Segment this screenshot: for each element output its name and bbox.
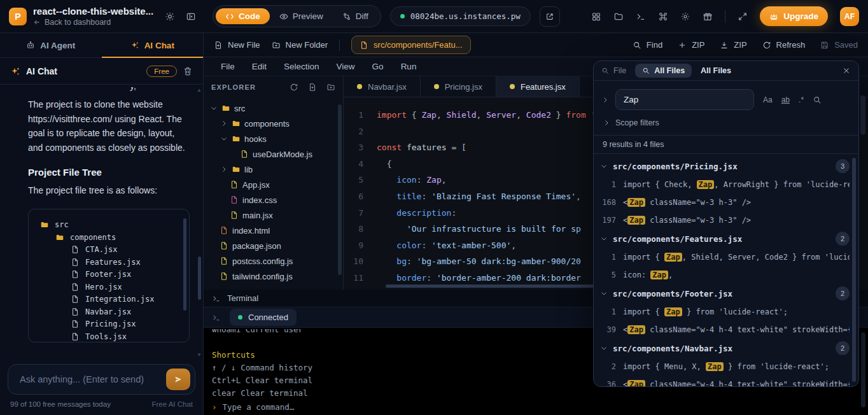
tab-diff[interactable]: Diff xyxy=(333,8,378,24)
search-match-row[interactable]: 197<Zap className="w-3 h-3" /> xyxy=(600,211,850,229)
search-match-row[interactable]: 1import { Zap, Shield, Server, Code2 } f… xyxy=(600,248,850,266)
match-case-toggle[interactable]: Aa xyxy=(763,95,773,104)
match-line-number: 1 xyxy=(600,253,623,262)
collapse-panel-icon[interactable] xyxy=(186,11,196,22)
chat-panel-header: AI Chat Free xyxy=(0,58,203,85)
fullscreen-icon[interactable] xyxy=(738,11,748,22)
editor-vscrollbar[interactable] xyxy=(860,95,865,135)
search-tab-all-files-2[interactable]: All Files xyxy=(701,66,731,75)
menu-item-file[interactable]: File xyxy=(221,62,235,71)
explorer-item-index.html[interactable]: index.html xyxy=(204,223,343,238)
search-results-scrollbar[interactable] xyxy=(852,158,856,382)
editor-hscrollbar[interactable] xyxy=(386,285,594,288)
explorer-item-postcss.config.js[interactable]: postcss.config.js xyxy=(204,253,343,269)
explorer-item-package.json[interactable]: package.json xyxy=(204,238,343,253)
open-file-tab[interactable]: src/components/Featu... xyxy=(351,36,470,54)
upgrade-button[interactable]: Upgrade xyxy=(760,6,828,26)
explorer-header: EXPLORER xyxy=(204,76,343,98)
search-match-row[interactable]: 168<Zap className="w-3 h-3" /> xyxy=(600,193,850,211)
regex-toggle[interactable]: .* xyxy=(799,95,804,104)
explorer-item-useDarkMode.js[interactable]: useDarkMode.js xyxy=(204,146,343,162)
editor-tab-Features.jsx[interactable]: Features.jsx xyxy=(496,76,580,97)
tab-code[interactable]: Code xyxy=(216,8,270,24)
tab-preview[interactable]: Preview xyxy=(270,8,333,24)
explorer-item-tailwind.config.js[interactable]: tailwind.config.js xyxy=(204,269,343,284)
search-match-row[interactable]: 5icon: Zap, xyxy=(600,266,850,284)
file-icon xyxy=(230,211,239,220)
explorer-scrollbar[interactable] xyxy=(338,104,342,275)
back-to-dashboard-link[interactable]: Back to dashboard xyxy=(33,18,153,27)
terminal-line: clear Clear terminal xyxy=(212,387,868,400)
chevron-down-icon[interactable] xyxy=(220,135,228,143)
explorer-item-hooks[interactable]: hooks xyxy=(204,131,343,146)
refresh-icon[interactable] xyxy=(290,83,298,92)
result-file-header[interactable]: src/components/Footer.jsx2 xyxy=(600,284,850,303)
scroll-down-arrow[interactable]: ▼ xyxy=(197,352,202,358)
terminal-icon[interactable] xyxy=(636,11,646,22)
explorer-item-lib[interactable]: lib xyxy=(204,162,343,177)
editor-tab-Navbar.jsx[interactable]: Navbar.jsx xyxy=(344,76,421,97)
menu-item-view[interactable]: View xyxy=(337,62,355,71)
chevron-right-icon[interactable] xyxy=(601,96,609,104)
result-file-header[interactable]: src/components/Features.jsx2 xyxy=(600,229,850,248)
settings-gear-icon[interactable] xyxy=(680,11,690,22)
search-match-row[interactable]: 2import { Menu, X, Zap } from 'lucide-re… xyxy=(600,358,850,376)
explorer-item-src[interactable]: src xyxy=(204,101,343,116)
gift-icon[interactable] xyxy=(703,11,713,22)
command-icon[interactable] xyxy=(658,11,668,22)
chevron-right-icon[interactable] xyxy=(220,120,228,127)
new-folder-icon[interactable] xyxy=(326,83,335,92)
search-tab-file[interactable]: File xyxy=(601,66,626,75)
new-file-icon[interactable] xyxy=(308,83,317,92)
crown-icon xyxy=(769,12,778,21)
menu-item-selection[interactable]: Selection xyxy=(284,62,319,71)
external-link-icon xyxy=(545,12,554,21)
menu-item-run[interactable]: Run xyxy=(401,62,417,71)
download-zip-button[interactable]: ZIP xyxy=(720,40,746,50)
chat-message-area[interactable]: y, The project is to clone the website h… xyxy=(0,85,203,359)
layout-grid-icon[interactable] xyxy=(591,11,601,22)
find-button[interactable]: Find xyxy=(633,40,662,50)
menu-item-edit[interactable]: Edit xyxy=(252,62,267,71)
search-match-row[interactable]: 1import { Zap } from 'lucide-react'; xyxy=(600,303,850,321)
explorer-item-index.css[interactable]: index.css xyxy=(204,192,343,208)
search-icon[interactable] xyxy=(813,95,822,104)
trash-icon[interactable] xyxy=(183,66,193,76)
theme-sun-icon[interactable] xyxy=(165,11,175,22)
editor-tab-Pricing.jsx[interactable]: Pricing.jsx xyxy=(421,76,496,97)
search-match-row[interactable]: 36<Zap className="w-4 h-4 text-white" st… xyxy=(600,376,850,387)
chat-input[interactable] xyxy=(20,374,166,384)
explorer-item-App.jsx[interactable]: App.jsx xyxy=(204,177,343,192)
result-file-header[interactable]: src/components/Pricing.jsx3 xyxy=(600,157,850,176)
search-match-row[interactable]: 39<Zap className="w-4 h-4 text-white" st… xyxy=(600,321,850,339)
chat-scrollbar-thumb[interactable] xyxy=(198,257,201,300)
close-icon[interactable] xyxy=(842,66,851,75)
new-folder-button[interactable]: New Folder xyxy=(272,40,328,50)
code-line-text: title: 'Blazing Fast Response Times', xyxy=(377,188,581,205)
scope-filters-toggle[interactable]: Scope filters xyxy=(594,110,858,127)
explorer-item-components[interactable]: components xyxy=(204,116,343,131)
folder-icon[interactable] xyxy=(613,11,624,22)
send-button[interactable] xyxy=(166,369,190,390)
explorer-item-main.jsx[interactable]: main.jsx xyxy=(204,208,343,223)
search-input[interactable] xyxy=(615,89,754,110)
upload-zip-button[interactable]: ZIP xyxy=(678,40,704,50)
chevron-right-icon[interactable] xyxy=(220,165,228,173)
terminal-vscrollbar[interactable] xyxy=(861,332,865,407)
result-file-header[interactable]: src/components/Navbar.jsx2 xyxy=(600,339,850,358)
refresh-button[interactable]: Refresh xyxy=(762,40,806,50)
menu-item-go[interactable]: Go xyxy=(372,62,384,71)
chat-tree-scrollbar[interactable] xyxy=(183,218,186,311)
new-file-button[interactable]: New File xyxy=(214,40,260,50)
user-avatar[interactable]: AF xyxy=(840,7,859,26)
instance-url[interactable]: 08024be.us.instances.pw xyxy=(390,6,531,26)
scroll-up-arrow[interactable]: ▲ xyxy=(197,87,202,93)
search-tab-all-files[interactable]: All Files xyxy=(635,64,692,78)
chevron-down-icon[interactable] xyxy=(210,104,218,112)
open-external-button[interactable] xyxy=(540,6,560,27)
search-match-row[interactable]: 1import { Check, Zap, ArrowRight } from … xyxy=(600,176,850,193)
tab-ai-chat[interactable]: AI Chat xyxy=(102,33,204,57)
tab-ai-agent[interactable]: AI Agent xyxy=(0,33,102,57)
whole-word-toggle[interactable]: ab xyxy=(781,95,790,104)
terminal-prompt[interactable]: ›Type a command… xyxy=(212,401,868,414)
